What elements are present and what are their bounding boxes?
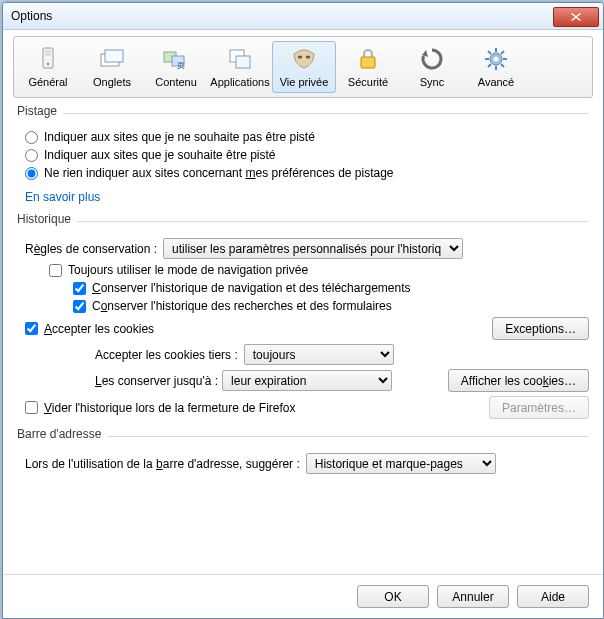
keep-until-label: Les conserver jusqu'à : (95, 374, 218, 388)
ok-button[interactable]: OK (357, 585, 429, 608)
svg-point-10 (298, 56, 302, 59)
clear-settings-button: Paramètres… (489, 396, 589, 419)
check-label: Conserver l'historique de navigation et … (92, 281, 410, 295)
keep-until-select[interactable]: leur expiration (222, 370, 392, 391)
group-addressbar: Barre d'adresse Lors de l'utilisation de… (17, 427, 589, 474)
tab-applications[interactable]: Applications (208, 41, 272, 93)
radio-label: Indiquer aux sites que je ne souhaite pa… (44, 130, 315, 144)
options-window: Options Général Onglets (2, 2, 604, 619)
history-rules-label: Règles de conservation : (25, 242, 157, 256)
svg-point-2 (47, 63, 49, 65)
tab-tabs[interactable]: Onglets (80, 41, 144, 93)
lock-icon (356, 44, 380, 74)
svg-line-21 (501, 51, 504, 54)
third-party-cookies-label: Accepter les cookies tiers : (95, 348, 238, 362)
third-party-cookies-select[interactable]: toujours (244, 344, 394, 365)
learn-more-link[interactable]: En savoir plus (25, 190, 100, 204)
divider (107, 436, 589, 437)
check-keep-search-history[interactable] (73, 300, 86, 313)
content-icon: 页 (162, 44, 190, 74)
mask-icon (290, 44, 318, 74)
svg-point-23 (494, 57, 499, 62)
tab-label: Avancé (478, 76, 515, 88)
svg-point-11 (306, 56, 310, 59)
svg-rect-1 (45, 50, 51, 56)
window-title: Options (11, 9, 553, 23)
tabs-icon (99, 44, 125, 74)
show-cookies-button[interactable]: Afficher les cookies… (448, 369, 589, 392)
check-always-private[interactable] (49, 264, 62, 277)
tab-content[interactable]: 页 Contenu (144, 41, 208, 93)
group-tracking-title: Pistage (17, 104, 57, 118)
divider (63, 113, 589, 114)
check-keep-nav-history[interactable] (73, 282, 86, 295)
svg-rect-9 (236, 56, 250, 68)
help-button[interactable]: Aide (517, 585, 589, 608)
check-accept-cookies[interactable] (25, 322, 38, 335)
divider (77, 221, 589, 222)
exceptions-button[interactable]: Exceptions… (492, 317, 589, 340)
svg-line-22 (488, 64, 491, 67)
tab-sync[interactable]: Sync (400, 41, 464, 93)
panel-body: Pistage Indiquer aux sites que je ne sou… (3, 98, 603, 574)
group-tracking: Pistage Indiquer aux sites que je ne sou… (17, 104, 589, 204)
group-addressbar-title: Barre d'adresse (17, 427, 101, 441)
gear-icon (483, 44, 509, 74)
radio-dnt-none[interactable] (25, 167, 38, 180)
titlebar: Options (3, 3, 603, 30)
category-toolbar: Général Onglets 页 Contenu Applications (13, 36, 593, 98)
radio-dnt-off[interactable] (25, 149, 38, 162)
radio-dnt-on[interactable] (25, 131, 38, 144)
check-label: Conserver l'historique des recherches et… (92, 299, 392, 313)
dialog-footer: OK Annuler Aide (3, 574, 603, 618)
tab-label: Général (28, 76, 67, 88)
group-history-title: Historique (17, 212, 71, 226)
check-label: Toujours utiliser le mode de navigation … (68, 263, 308, 277)
tab-label: Applications (210, 76, 269, 88)
svg-line-20 (501, 64, 504, 67)
check-label: Vider l'historique lors de la fermeture … (44, 401, 296, 415)
radio-label: Ne rien indiquer aux sites concernant me… (44, 166, 394, 180)
tab-security[interactable]: Sécurité (336, 41, 400, 93)
group-history: Historique Règles de conservation : util… (17, 212, 589, 419)
svg-line-19 (488, 51, 491, 54)
tab-general[interactable]: Général (16, 41, 80, 93)
toolbar-container: Général Onglets 页 Contenu Applications (3, 30, 603, 98)
general-icon (37, 44, 59, 74)
check-label: Accepter les cookies (44, 322, 154, 336)
tab-privacy[interactable]: Vie privée (272, 41, 336, 93)
tab-label: Contenu (155, 76, 197, 88)
check-clear-on-close[interactable] (25, 401, 38, 414)
tab-label: Sécurité (348, 76, 388, 88)
tab-label: Vie privée (280, 76, 329, 88)
close-icon (571, 13, 581, 21)
addressbar-suggest-label: Lors de l'utilisation de la barre d'adre… (25, 457, 300, 471)
radio-label: Indiquer aux sites que je souhaite être … (44, 148, 275, 162)
cancel-button[interactable]: Annuler (437, 585, 509, 608)
history-rules-select[interactable]: utiliser les paramètres personnalisés po… (163, 238, 463, 259)
svg-rect-4 (105, 50, 123, 62)
svg-text:页: 页 (177, 61, 185, 70)
applications-icon (226, 44, 254, 74)
addressbar-suggest-select[interactable]: Historique et marque-pages (306, 453, 496, 474)
tab-label: Onglets (93, 76, 131, 88)
tab-label: Sync (420, 76, 444, 88)
sync-icon (419, 44, 445, 74)
svg-rect-12 (361, 57, 375, 68)
tab-advanced[interactable]: Avancé (464, 41, 528, 93)
window-close-button[interactable] (553, 7, 599, 27)
